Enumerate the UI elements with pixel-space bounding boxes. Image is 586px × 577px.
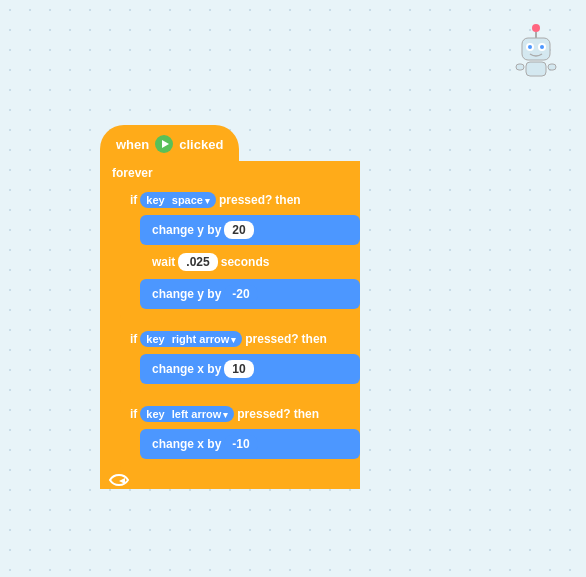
change-x-10-block: change x by 10 — [140, 354, 360, 384]
if-left-bottom — [120, 461, 360, 469]
green-flag-icon — [155, 135, 173, 153]
if-label-3: if — [130, 407, 137, 421]
pressed-label-3: pressed? — [237, 407, 290, 421]
if-left-block: if key left arrow pressed? then change x… — [120, 401, 360, 469]
robot-character — [506, 20, 566, 80]
scratch-program: when clicked forever if key space — [100, 125, 360, 489]
change-y-label-1: change y by — [152, 223, 221, 237]
space-value: space — [172, 194, 203, 206]
pressed-label-2: pressed? — [245, 332, 298, 346]
wait-block: wait .025 seconds — [140, 247, 360, 277]
forever-container: forever if key space pressed? then — [100, 161, 360, 489]
then-label-3: then — [294, 407, 319, 421]
key-label-1: key — [146, 194, 164, 206]
svg-rect-8 — [516, 64, 524, 70]
if-right-header: if key right arrow pressed? then — [120, 326, 360, 352]
change-x-value-2[interactable]: -10 — [224, 435, 257, 453]
if-label-2: if — [130, 332, 137, 346]
then-label-1: then — [275, 193, 300, 207]
if-space-bottom — [120, 311, 360, 319]
forever-bottom — [100, 471, 360, 489]
space-dropdown-arrow[interactable] — [205, 194, 210, 206]
forever-label: forever — [100, 161, 360, 185]
left-value: left arrow — [172, 408, 222, 420]
forever-inner: if key space pressed? then change y by 2… — [120, 185, 360, 471]
pressed-label-1: pressed? — [219, 193, 272, 207]
forever-arrow-icon — [108, 473, 130, 487]
change-y-neg20-block: change y by -20 — [140, 279, 360, 309]
key-space-dropdown[interactable]: key space — [140, 192, 216, 208]
change-x-label-1: change x by — [152, 362, 221, 376]
if-right-block: if key right arrow pressed? then change … — [120, 326, 360, 394]
svg-marker-12 — [119, 478, 125, 484]
if-space-body: change y by 20 wait .025 seconds change … — [140, 213, 360, 311]
change-x-value-1[interactable]: 10 — [224, 360, 253, 378]
if-label-1: if — [130, 193, 137, 207]
svg-rect-9 — [548, 64, 556, 70]
change-y-20-block: change y by 20 — [140, 215, 360, 245]
right-dropdown-arrow[interactable] — [231, 333, 236, 345]
if-left-header: if key left arrow pressed? then — [120, 401, 360, 427]
when-label: when — [116, 137, 149, 152]
change-y-value-2[interactable]: -20 — [224, 285, 257, 303]
if-left-body: change x by -10 — [140, 427, 360, 461]
if-right-body: change x by 10 — [140, 352, 360, 386]
if-space-block: if key space pressed? then change y by 2… — [120, 187, 360, 319]
wait-label: wait — [152, 255, 175, 269]
key-label-2: key — [146, 333, 164, 345]
change-x-label-2: change x by — [152, 437, 221, 451]
key-label-3: key — [146, 408, 164, 420]
key-right-dropdown[interactable]: key right arrow — [140, 331, 242, 347]
change-y-label-2: change y by — [152, 287, 221, 301]
left-dropdown-arrow[interactable] — [223, 408, 228, 420]
svg-point-6 — [540, 45, 544, 49]
change-x-neg10-block: change x by -10 — [140, 429, 360, 459]
if-space-header: if key space pressed? then — [120, 187, 360, 213]
svg-rect-7 — [526, 62, 546, 76]
then-label-2: then — [302, 332, 327, 346]
if-right-bottom — [120, 386, 360, 394]
clicked-label: clicked — [179, 137, 223, 152]
wait-value[interactable]: .025 — [178, 253, 217, 271]
svg-point-5 — [528, 45, 532, 49]
change-y-value-1[interactable]: 20 — [224, 221, 253, 239]
svg-point-0 — [532, 24, 540, 32]
right-value: right arrow — [172, 333, 229, 345]
hat-block: when clicked — [100, 125, 239, 161]
seconds-label: seconds — [221, 255, 270, 269]
key-left-dropdown[interactable]: key left arrow — [140, 406, 234, 422]
